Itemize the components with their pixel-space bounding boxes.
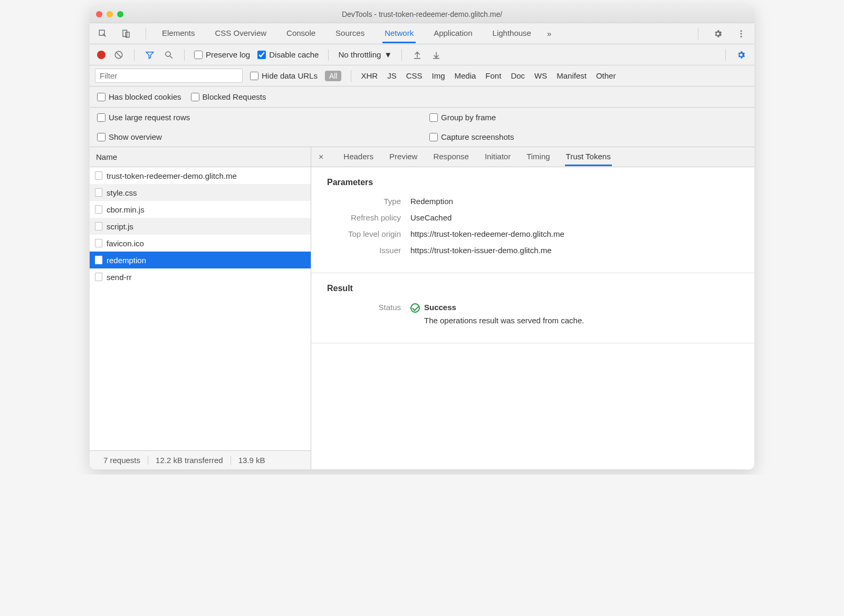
request-row[interactable]: send-rr	[90, 268, 311, 285]
group-by-frame-checkbox[interactable]: Group by frame	[429, 113, 496, 122]
separator	[725, 49, 726, 61]
has-blocked-cookies-checkbox[interactable]: Has blocked cookies	[97, 92, 181, 101]
detail-tab-initiator[interactable]: Initiator	[484, 148, 512, 166]
request-row[interactable]: favicon.ico	[90, 235, 311, 252]
minimize-window-icon[interactable]	[107, 11, 113, 17]
detail-tab-response[interactable]: Response	[432, 148, 470, 166]
file-icon	[95, 273, 102, 281]
network-toolbar: Preserve log Disable cache No throttling…	[90, 44, 754, 65]
preserve-log-checkbox[interactable]: Preserve log	[194, 50, 250, 59]
capture-screenshots-checkbox[interactable]: Capture screenshots	[429, 132, 514, 141]
svg-rect-1	[123, 30, 127, 36]
filter-type-css[interactable]: CSS	[406, 71, 423, 80]
request-name: cbor.min.js	[107, 205, 145, 214]
disable-cache-checkbox[interactable]: Disable cache	[257, 50, 319, 59]
close-detail-button[interactable]: ×	[319, 152, 329, 162]
clear-icon[interactable]	[113, 49, 124, 61]
tab-css-overview[interactable]: CSS Overview	[213, 24, 269, 43]
name-column-header[interactable]: Name	[90, 147, 311, 167]
filter-type-js[interactable]: JS	[387, 71, 397, 80]
request-row[interactable]: redemption	[90, 252, 311, 268]
chevron-down-icon: ▼	[384, 50, 392, 59]
request-name: style.css	[107, 188, 137, 197]
detail-tab-headers[interactable]: Headers	[342, 148, 375, 166]
content-area: Name trust-token-redeemer-demo.glitch.me…	[90, 147, 754, 469]
tab-console[interactable]: Console	[284, 24, 318, 43]
filter-type-doc[interactable]: Doc	[511, 71, 525, 80]
request-row[interactable]: style.css	[90, 184, 311, 201]
detail-tab-trust-tokens[interactable]: Trust Tokens	[565, 148, 612, 166]
param-issuer-value: https://trust-token-issuer-demo.glitch.m…	[410, 246, 738, 255]
result-status-key: Status	[327, 303, 401, 325]
param-origin-key: Top level origin	[327, 229, 401, 238]
filter-type-media[interactable]: Media	[455, 71, 476, 80]
use-large-rows-checkbox[interactable]: Use large request rows	[97, 113, 190, 122]
param-refresh-key: Refresh policy	[327, 213, 401, 222]
preserve-log-label: Preserve log	[206, 50, 250, 59]
filter-type-xhr[interactable]: XHR	[361, 71, 378, 80]
filter-input[interactable]	[95, 69, 243, 83]
use-large-rows-label: Use large request rows	[109, 113, 190, 122]
close-window-icon[interactable]	[96, 11, 102, 17]
view-options: Use large request rows Group by frame Sh…	[90, 108, 754, 147]
separator	[401, 49, 402, 61]
blocked-requests-checkbox[interactable]: Blocked Requests	[191, 92, 266, 101]
tab-lighthouse[interactable]: Lighthouse	[491, 24, 533, 43]
group-by-frame-label: Group by frame	[441, 113, 496, 122]
result-status-desc: The operations result was served from ca…	[424, 316, 738, 325]
filter-type-img[interactable]: Img	[431, 71, 445, 80]
request-name: favicon.ico	[107, 239, 144, 248]
inspect-icon[interactable]	[97, 28, 109, 40]
tab-sources[interactable]: Sources	[333, 24, 367, 43]
throttling-label: No throttling	[338, 50, 381, 59]
detail-tab-preview[interactable]: Preview	[388, 148, 418, 166]
network-settings-gear-icon[interactable]	[735, 49, 747, 61]
request-name: trust-token-redeemer-demo.glitch.me	[107, 171, 237, 180]
filter-funnel-icon[interactable]	[144, 49, 156, 61]
separator	[134, 49, 135, 61]
upload-har-icon[interactable]	[411, 49, 423, 61]
param-refresh-value: UseCached	[410, 213, 738, 222]
filter-type-font[interactable]: Font	[485, 71, 501, 80]
filter-bar-2: Has blocked cookies Blocked Requests	[90, 86, 754, 108]
filter-type-other[interactable]: Other	[596, 71, 616, 80]
disable-cache-label: Disable cache	[269, 50, 319, 59]
titlebar: DevTools - trust-token-redeemer-demo.gli…	[90, 5, 754, 23]
window-title: DevTools - trust-token-redeemer-demo.gli…	[342, 10, 502, 18]
tab-elements[interactable]: Elements	[160, 24, 197, 43]
request-name: redemption	[107, 256, 146, 265]
settings-gear-icon[interactable]	[712, 28, 724, 40]
filter-type-ws[interactable]: WS	[534, 71, 547, 80]
search-icon[interactable]	[163, 49, 175, 61]
param-type-key: Type	[327, 197, 401, 206]
parameters-heading: Parameters	[327, 178, 738, 187]
file-icon	[95, 222, 102, 230]
request-name: script.js	[107, 222, 133, 231]
filter-type-manifest[interactable]: Manifest	[557, 71, 587, 80]
status-requests: 7 requests	[96, 456, 148, 465]
tab-application[interactable]: Application	[431, 24, 474, 43]
show-overview-label: Show overview	[109, 132, 162, 141]
blocked-requests-label: Blocked Requests	[203, 92, 266, 101]
file-icon	[95, 171, 102, 180]
show-overview-checkbox[interactable]: Show overview	[97, 132, 162, 141]
request-row[interactable]: script.js	[90, 218, 311, 235]
device-toggle-icon[interactable]	[120, 28, 132, 40]
request-name: send-rr	[107, 273, 132, 282]
record-button[interactable]	[97, 51, 106, 59]
parameters-section: Parameters TypeRedemption Refresh policy…	[311, 167, 754, 273]
filter-type-all[interactable]: All	[325, 71, 342, 81]
more-tabs-button[interactable]: »	[545, 25, 553, 42]
zoom-window-icon[interactable]	[117, 11, 123, 17]
hide-data-urls-checkbox[interactable]: Hide data URLs	[250, 71, 318, 80]
detail-tab-timing[interactable]: Timing	[525, 148, 551, 166]
request-row[interactable]: trust-token-redeemer-demo.glitch.me	[90, 167, 311, 184]
kebab-menu-icon[interactable]	[735, 28, 747, 40]
capture-screenshots-label: Capture screenshots	[441, 132, 514, 141]
status-bar: 7 requests 12.2 kB transferred 13.9 kB	[90, 450, 311, 469]
separator	[184, 49, 185, 61]
download-har-icon[interactable]	[430, 49, 442, 61]
request-row[interactable]: cbor.min.js	[90, 201, 311, 218]
tab-network[interactable]: Network	[382, 24, 416, 43]
throttling-select[interactable]: No throttling▼	[338, 50, 392, 59]
